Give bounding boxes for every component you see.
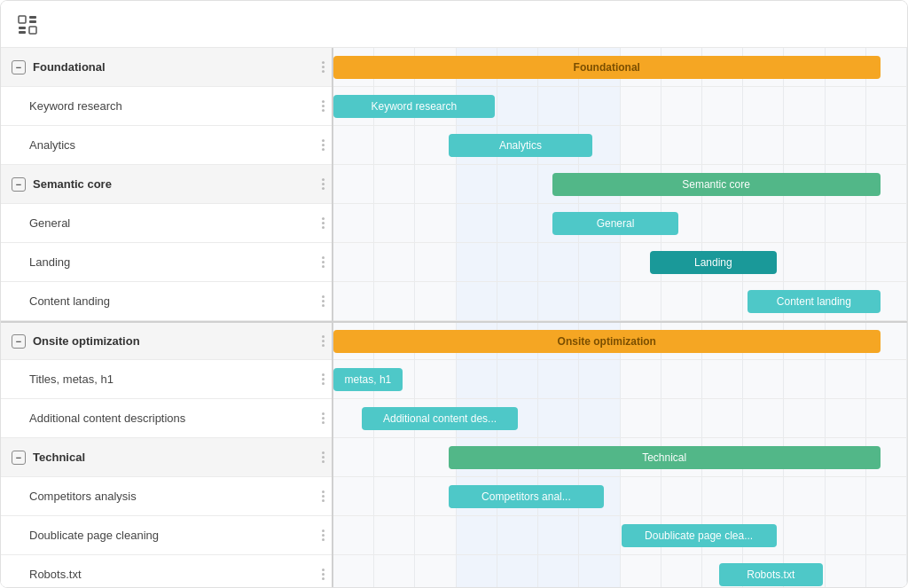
bar-general[interactable]: General (552, 212, 679, 235)
drag-handle-landing[interactable] (314, 256, 332, 268)
left-row-landing: Landing (1, 243, 332, 282)
left-row-semantic-core: −Semantic core (1, 165, 332, 204)
bar-row-additional-content: Additional content des... (333, 399, 907, 438)
row-label-onsite-opt: Onsite optimization (33, 334, 314, 348)
left-panel: −FoundationalKeyword researchAnalytics−S… (1, 48, 333, 588)
bar-robots[interactable]: Robots.txt (719, 563, 823, 586)
bar-row-onsite-opt: Onsite optimization (333, 321, 907, 360)
row-label-general: General (29, 216, 314, 230)
row-label-semantic-core: Semantic core (33, 177, 314, 191)
row-label-landing: Landing (29, 255, 314, 269)
bar-row-competitors: Competitors anal... (333, 477, 907, 516)
bar-row-foundational: Foundational (333, 48, 907, 87)
bar-technical[interactable]: Technical (449, 446, 881, 469)
row-label-additional-content: Additional content descriptions (29, 412, 314, 425)
drag-handle-onsite-opt[interactable] (314, 335, 332, 347)
bar-analytics[interactable]: Analytics (449, 134, 592, 157)
drag-handle-analytics[interactable] (314, 139, 332, 151)
right-panel: FoundationalKeyword researchAnalyticsSem… (333, 48, 907, 588)
collapse-btn-foundational[interactable]: − (12, 60, 26, 74)
row-label-competitors: Competitors analysis (29, 490, 314, 503)
svg-rect-5 (29, 27, 36, 34)
drag-handle-titles-metas[interactable] (314, 373, 332, 385)
bar-doublicate[interactable]: Doublicate page clea... (622, 524, 777, 547)
drag-handle-robots[interactable] (314, 568, 332, 580)
grid-area: FoundationalKeyword researchAnalyticsSem… (333, 48, 907, 588)
svg-rect-1 (29, 16, 36, 19)
drag-handle-content-landing[interactable] (314, 295, 332, 307)
row-label-doublicate: Doublicate page cleaning (29, 529, 314, 542)
row-label-foundational: Foundational (33, 60, 314, 74)
drag-handle-competitors[interactable] (314, 490, 332, 502)
svg-rect-2 (29, 20, 36, 23)
bar-competitors[interactable]: Competitors anal... (449, 485, 604, 508)
drag-handle-technical[interactable] (314, 451, 332, 463)
left-row-competitors: Competitors analysis (1, 477, 332, 516)
bar-onsite-opt[interactable]: Onsite optimization (333, 330, 881, 353)
bar-row-analytics: Analytics (333, 126, 907, 165)
bar-row-titles-metas: metas, h1 (333, 360, 907, 399)
row-label-technical: Technical (33, 451, 314, 464)
drag-handle-doublicate[interactable] (314, 529, 332, 541)
collapse-btn-technical[interactable]: − (12, 451, 26, 465)
left-row-general: General (1, 204, 332, 243)
svg-rect-0 (19, 16, 26, 23)
left-row-doublicate: Doublicate page cleaning (1, 516, 332, 555)
drag-handle-general[interactable] (314, 217, 332, 229)
gantt-container: −FoundationalKeyword researchAnalytics−S… (1, 48, 907, 588)
left-row-robots: Robots.txt (1, 555, 332, 588)
row-label-analytics: Analytics (29, 138, 314, 152)
header (1, 1, 907, 48)
left-row-keyword-research: Keyword research (1, 87, 332, 126)
collapse-btn-onsite-opt[interactable]: − (12, 334, 26, 349)
left-row-foundational: −Foundational (1, 48, 332, 87)
drag-handle-additional-content[interactable] (314, 412, 332, 424)
svg-rect-4 (19, 31, 26, 34)
drag-handle-foundational[interactable] (314, 61, 332, 73)
row-label-titles-metas: Titles, metas, h1 (29, 372, 314, 386)
row-label-robots: Robots.txt (29, 568, 314, 581)
collapse-btn-semantic-core[interactable]: − (12, 177, 26, 192)
bar-row-doublicate: Doublicate page clea... (333, 516, 907, 555)
app-container: −FoundationalKeyword researchAnalytics−S… (0, 0, 908, 588)
left-row-onsite-opt: −Onsite optimization (1, 321, 332, 360)
app-icon (15, 12, 40, 36)
left-row-analytics: Analytics (1, 126, 332, 165)
bar-semantic-core[interactable]: Semantic core (552, 173, 881, 196)
left-row-titles-metas: Titles, metas, h1 (1, 360, 332, 399)
bar-landing[interactable]: Landing (650, 251, 777, 274)
drag-handle-keyword-research[interactable] (314, 100, 332, 112)
bar-foundational[interactable]: Foundational (333, 56, 881, 79)
drag-handle-semantic-core[interactable] (314, 178, 332, 190)
svg-rect-3 (19, 27, 26, 29)
left-row-technical: −Technical (1, 438, 332, 477)
bars-area: FoundationalKeyword researchAnalyticsSem… (333, 48, 907, 588)
bar-row-semantic-core: Semantic core (333, 165, 907, 204)
bar-row-landing: Landing (333, 243, 907, 282)
bar-additional-content[interactable]: Additional content des... (362, 407, 517, 430)
row-label-keyword-research: Keyword research (29, 99, 314, 113)
bar-row-technical: Technical (333, 438, 907, 477)
row-label-content-landing: Content landing (29, 294, 314, 308)
bar-row-content-landing: Content landing (333, 282, 907, 321)
bar-row-keyword-research: Keyword research (333, 87, 907, 126)
bar-titles-metas[interactable]: metas, h1 (333, 368, 403, 391)
bar-row-general: General (333, 204, 907, 243)
bar-content-landing[interactable]: Content landing (748, 290, 880, 313)
left-row-content-landing: Content landing (1, 282, 332, 321)
bar-row-robots: Robots.txt (333, 555, 907, 588)
bar-keyword-research[interactable]: Keyword research (333, 95, 495, 118)
left-row-additional-content: Additional content descriptions (1, 399, 332, 438)
